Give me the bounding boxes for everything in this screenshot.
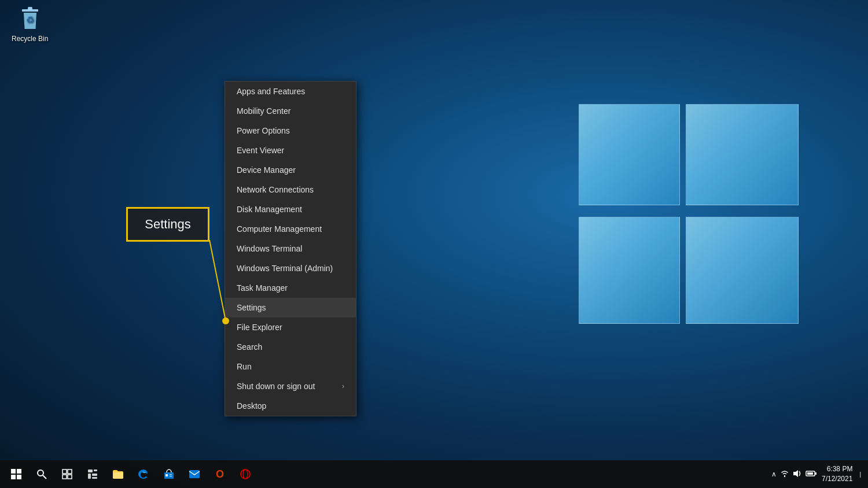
system-tray: ∧ <box>771 469 817 479</box>
menu-item-disk-management[interactable]: Disk Management <box>225 199 356 219</box>
svg-rect-20 <box>165 474 168 476</box>
menu-item-network-connections[interactable]: Network Connections <box>225 180 356 199</box>
windows-logo-desktop <box>579 104 799 324</box>
svg-rect-22 <box>170 476 172 476</box>
taskbar-store-button[interactable] <box>157 463 181 486</box>
battery-icon[interactable] <box>806 469 817 479</box>
menu-item-windows-terminal[interactable]: Windows Terminal <box>225 239 356 258</box>
svg-rect-18 <box>92 477 97 479</box>
menu-item-desktop[interactable]: Desktop <box>225 396 356 416</box>
svg-point-25 <box>243 469 248 479</box>
menu-item-power-options[interactable]: Power Options <box>225 121 356 141</box>
volume-icon[interactable] <box>793 469 802 479</box>
svg-text:♻: ♻ <box>26 15 34 25</box>
menu-item-mobility-center[interactable]: Mobility Center <box>225 101 356 121</box>
svg-rect-7 <box>17 475 21 479</box>
menu-item-event-viewer[interactable]: Event Viewer <box>225 141 356 160</box>
taskbar-widgets-button[interactable] <box>81 463 104 486</box>
taskbar-right: ∧ <box>771 464 868 484</box>
taskbar-opera-button[interactable] <box>234 463 257 486</box>
svg-rect-5 <box>17 469 21 474</box>
recycle-bin-label: Recycle Bin <box>12 35 48 43</box>
show-desktop-button[interactable]: | <box>857 471 861 478</box>
svg-rect-17 <box>92 474 97 476</box>
menu-item-file-explorer[interactable]: File Explorer <box>225 317 356 337</box>
callout-label: Settings <box>145 217 191 232</box>
svg-rect-4 <box>11 469 16 474</box>
recycle-bin-icon[interactable]: ♻ Recycle Bin <box>12 5 48 43</box>
taskbar-edge-button[interactable] <box>132 463 155 486</box>
menu-item-run[interactable]: Run <box>225 357 356 376</box>
taskbar-task-view-button[interactable] <box>56 463 79 486</box>
menu-item-windows-terminal-admin[interactable]: Windows Terminal (Admin) <box>225 258 356 278</box>
svg-rect-23 <box>189 470 200 478</box>
menu-item-apps-and-features[interactable]: Apps and Features <box>225 82 356 101</box>
svg-rect-13 <box>68 475 72 479</box>
svg-point-24 <box>241 469 250 479</box>
chevron-right-icon: › <box>342 382 344 390</box>
menu-item-settings[interactable]: Settings <box>225 298 356 317</box>
taskbar-clock[interactable]: 6:38 PM 7/12/2021 <box>822 464 852 484</box>
start-button[interactable] <box>5 463 28 486</box>
menu-item-device-manager[interactable]: Device Manager <box>225 160 356 180</box>
context-menu: Apps and Features Mobility Center Power … <box>225 81 356 416</box>
svg-rect-16 <box>88 474 91 479</box>
menu-item-search[interactable]: Search <box>225 337 356 357</box>
svg-rect-28 <box>807 472 813 475</box>
svg-rect-21 <box>170 474 172 475</box>
chevron-up-icon[interactable]: ∧ <box>771 470 777 478</box>
svg-marker-26 <box>793 470 798 477</box>
taskbar-office-button[interactable]: O <box>208 463 231 486</box>
svg-point-8 <box>38 470 43 476</box>
svg-rect-29 <box>815 472 816 475</box>
taskbar: O ∧ <box>0 460 868 488</box>
svg-rect-10 <box>62 469 67 474</box>
menu-item-computer-management[interactable]: Computer Management <box>225 219 356 239</box>
svg-rect-2 <box>28 7 32 10</box>
svg-rect-15 <box>94 469 97 471</box>
taskbar-search-button[interactable] <box>30 463 53 486</box>
taskbar-file-explorer-button[interactable] <box>106 463 130 486</box>
settings-highlight-dot <box>222 317 229 324</box>
menu-item-task-manager[interactable]: Task Manager <box>225 278 356 298</box>
svg-rect-14 <box>88 469 93 472</box>
svg-rect-6 <box>11 475 16 479</box>
taskbar-mail-button[interactable] <box>183 463 206 486</box>
taskbar-left: O <box>0 463 771 486</box>
wifi-icon[interactable] <box>780 469 789 479</box>
svg-rect-12 <box>62 475 67 479</box>
menu-item-shutdown[interactable]: Shut down or sign out › <box>225 376 356 396</box>
svg-rect-11 <box>68 469 72 474</box>
settings-callout-box: Settings <box>126 207 209 242</box>
svg-line-9 <box>43 475 46 479</box>
